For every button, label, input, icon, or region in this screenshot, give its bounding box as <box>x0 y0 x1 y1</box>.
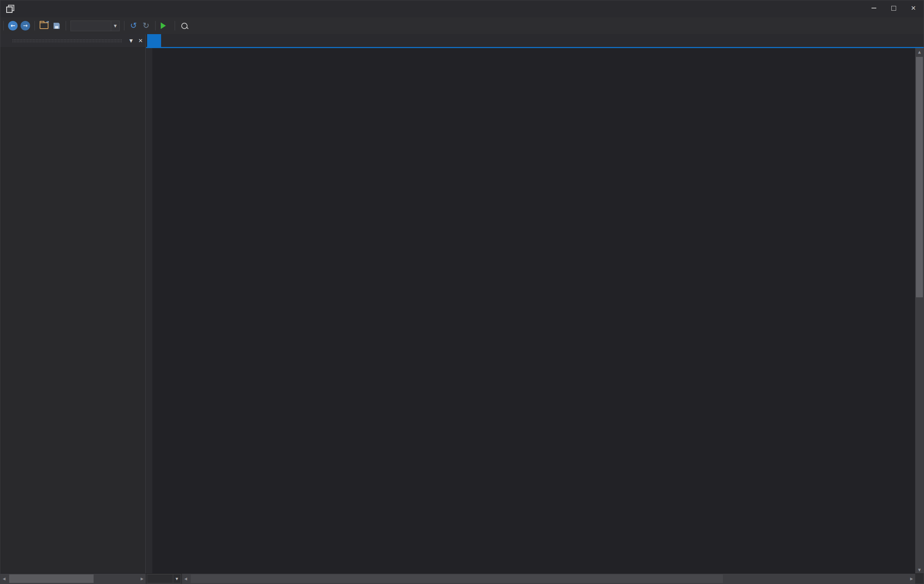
tab-buttonspawnfruit[interactable] <box>147 34 161 47</box>
app-icon <box>6 5 13 12</box>
chevron-down-icon[interactable]: ▼ <box>173 574 181 583</box>
close-icon: ✕ <box>911 5 916 12</box>
toolbar: ← → ▼ ↺ ↻ <box>0 17 190 34</box>
scroll-left-icon[interactable]: ◀ <box>182 574 189 584</box>
editor-horizontal-scrollbar[interactable]: ◀ ▶ <box>182 574 915 584</box>
breakpoint-gutter[interactable] <box>146 48 152 573</box>
close-icon: ✕ <box>139 38 143 44</box>
scroll-left-icon[interactable]: ◀ <box>0 574 8 584</box>
save-all-icon <box>54 23 60 29</box>
toolbar-separator <box>124 21 124 30</box>
assembly-explorer-panel: ▼ ✕ <box>0 34 146 573</box>
navigate-back-button[interactable]: ← <box>7 20 19 32</box>
minimize-button[interactable] <box>866 3 881 13</box>
assembly-explorer-header: ▼ ✕ <box>0 34 145 47</box>
scroll-down-icon[interactable]: ▼ <box>915 566 924 573</box>
search-assemblies-button[interactable] <box>178 20 190 32</box>
play-icon <box>161 22 166 29</box>
save-all-button[interactable] <box>50 20 63 32</box>
panel-drag-area[interactable] <box>12 39 122 43</box>
back-icon: ← <box>8 21 18 30</box>
scrollbar-thumb[interactable] <box>191 574 723 583</box>
undo-button[interactable]: ↺ <box>127 20 140 32</box>
menu-bar: ← → ▼ ↺ ↻ <box>0 17 924 35</box>
panel-close-button[interactable]: ✕ <box>136 36 145 46</box>
language-combo[interactable]: ▼ <box>71 21 120 31</box>
toolbar-separator <box>3 21 4 30</box>
scrollbar-thumb[interactable] <box>916 57 923 297</box>
editor-overlays <box>146 48 916 573</box>
navigate-forward-button[interactable]: → <box>19 20 31 32</box>
chevron-down-icon[interactable]: ▼ <box>111 21 119 31</box>
scroll-right-icon[interactable]: ▶ <box>908 574 915 584</box>
scroll-right-icon[interactable]: ▶ <box>139 574 146 584</box>
code-editor[interactable] <box>146 48 916 573</box>
bottom-bar: ◀ ▶ ▼ ◀ ▶ <box>0 573 924 584</box>
title-bar: ✕ <box>0 0 924 17</box>
panel-menu-button[interactable]: ▼ <box>126 36 136 46</box>
search-icon <box>181 23 188 29</box>
start-debug-button[interactable] <box>158 20 172 32</box>
scrollbar-thumb[interactable] <box>9 574 94 583</box>
minimize-icon <box>871 8 876 8</box>
open-file-button[interactable] <box>38 20 50 32</box>
tab-strip <box>146 34 924 47</box>
restore-button[interactable] <box>886 3 901 13</box>
toolbar-separator <box>175 21 175 30</box>
forward-icon: → <box>21 21 30 30</box>
open-file-icon <box>40 22 48 29</box>
assembly-tree <box>0 48 145 573</box>
dnspy-window: ✕ ← → ▼ ↺ ↻ <box>0 0 924 584</box>
chevron-down-icon: ▼ <box>129 38 132 43</box>
editor-vertical-scrollbar[interactable]: ▲ ▼ <box>915 48 924 573</box>
zoom-level-combo[interactable]: ▼ <box>147 574 181 583</box>
close-button[interactable]: ✕ <box>906 3 921 13</box>
toolbar-separator <box>66 21 66 30</box>
scroll-up-icon[interactable]: ▲ <box>915 48 924 55</box>
zoom-level-value <box>147 574 173 583</box>
undo-icon: ↺ <box>130 22 137 30</box>
redo-icon: ↻ <box>143 22 149 30</box>
toolbar-separator <box>35 21 35 30</box>
redo-button[interactable]: ↻ <box>140 20 152 32</box>
tree-horizontal-scrollbar[interactable]: ◀ ▶ <box>0 574 146 584</box>
restore-icon <box>891 6 896 11</box>
